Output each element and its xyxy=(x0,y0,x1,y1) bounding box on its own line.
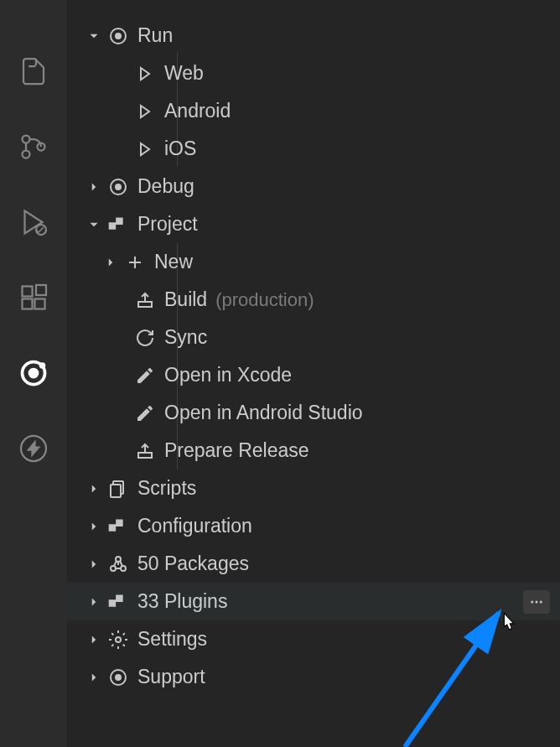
capacitor-icon xyxy=(104,215,132,235)
tree-item-prepare[interactable]: Prepare Release xyxy=(67,432,560,469)
play-icon xyxy=(131,64,159,84)
files-icon[interactable] xyxy=(17,54,50,88)
tree-label: Open in Android Studio xyxy=(164,402,363,424)
plus-icon xyxy=(121,252,149,272)
svg-marker-3 xyxy=(25,211,43,234)
svg-point-33 xyxy=(116,675,121,680)
svg-line-34 xyxy=(405,613,499,747)
svg-marker-13 xyxy=(29,443,39,455)
tree-item-open-android[interactable]: Open in Android Studio xyxy=(67,394,560,432)
sync-icon xyxy=(131,328,159,348)
target-icon xyxy=(104,26,132,46)
edit-icon xyxy=(131,403,159,423)
tree-label: Settings xyxy=(137,628,207,651)
svg-point-27 xyxy=(121,566,126,571)
svg-marker-16 xyxy=(141,68,149,80)
chevron-right-icon xyxy=(84,557,104,572)
play-icon xyxy=(131,101,159,122)
play-icon xyxy=(131,139,159,159)
build-icon xyxy=(131,441,159,461)
svg-point-15 xyxy=(116,34,121,39)
tree-label: New xyxy=(154,251,193,273)
svg-point-10 xyxy=(30,370,38,377)
edit-icon xyxy=(131,366,159,386)
svg-marker-18 xyxy=(141,143,149,155)
tree-item-ios[interactable]: iOS xyxy=(67,130,560,168)
tree-item-run[interactable]: Run xyxy=(67,17,560,54)
svg-rect-24 xyxy=(111,485,121,497)
files-icon xyxy=(104,479,132,499)
sidebar: Run Web Android iOS Debug Project New Bu… xyxy=(67,0,560,747)
tree-item-open-xcode[interactable]: Open in Xcode xyxy=(67,356,560,394)
tree-item-new[interactable]: New xyxy=(67,243,560,281)
tree-label: Sync xyxy=(164,326,207,349)
tree-item-project[interactable]: Project xyxy=(67,205,560,243)
cursor-pointer-icon xyxy=(496,611,520,638)
packages-icon xyxy=(104,554,132,574)
tree-item-debug[interactable]: Debug xyxy=(67,168,560,205)
chevron-right-icon xyxy=(84,670,104,685)
svg-point-31 xyxy=(116,637,121,642)
chevron-right-icon xyxy=(101,255,121,270)
svg-rect-6 xyxy=(23,299,33,309)
svg-point-28 xyxy=(531,600,533,603)
svg-rect-8 xyxy=(36,285,46,295)
tree-item-android[interactable]: Android xyxy=(67,92,560,130)
tree-item-web[interactable]: Web xyxy=(67,54,560,92)
chevron-right-icon xyxy=(84,481,104,496)
tree-item-build[interactable]: Build (production) xyxy=(67,281,560,319)
chevron-right-icon xyxy=(84,519,104,534)
svg-marker-17 xyxy=(141,106,149,117)
svg-point-11 xyxy=(39,362,46,369)
activity-bar xyxy=(0,0,67,747)
ionic-icon[interactable] xyxy=(17,356,50,390)
tree-label: Support xyxy=(137,666,205,688)
thunder-icon[interactable] xyxy=(17,432,50,465)
tree-sublabel: (production) xyxy=(215,289,314,311)
chevron-down-icon xyxy=(84,217,104,232)
svg-point-1 xyxy=(23,151,30,158)
svg-point-20 xyxy=(116,184,121,189)
tree-label: Run xyxy=(137,24,173,47)
svg-point-30 xyxy=(540,600,542,603)
tree-label: Debug xyxy=(137,175,194,198)
debug-icon[interactable] xyxy=(17,205,50,239)
more-button[interactable] xyxy=(523,590,550,614)
tree-item-sync[interactable]: Sync xyxy=(67,319,560,356)
tree-label: Android xyxy=(164,100,231,122)
chevron-right-icon xyxy=(84,179,104,195)
tree-label: 33 Plugins xyxy=(137,590,227,613)
tree-label: Open in Xcode xyxy=(164,364,292,386)
tree-item-configuration[interactable]: Configuration xyxy=(67,507,560,545)
tree-label: 50 Packages xyxy=(137,552,249,575)
capacitor-icon xyxy=(104,592,132,612)
svg-point-29 xyxy=(536,600,538,603)
build-icon xyxy=(131,290,159,310)
extensions-icon[interactable] xyxy=(17,281,50,314)
chevron-right-icon xyxy=(84,632,104,647)
tree-label: Project xyxy=(137,213,198,236)
chevron-right-icon xyxy=(84,594,104,610)
git-icon[interactable] xyxy=(17,130,50,163)
svg-rect-5 xyxy=(23,287,33,297)
gear-icon xyxy=(104,630,132,650)
tree-label: Scripts xyxy=(137,477,196,500)
more-icon xyxy=(529,594,544,610)
tree-label: iOS xyxy=(164,137,196,160)
tree-item-packages[interactable]: 50 Packages xyxy=(67,545,560,583)
svg-rect-7 xyxy=(35,299,45,309)
tree-item-scripts[interactable]: Scripts xyxy=(67,469,560,507)
svg-point-26 xyxy=(111,566,116,571)
chevron-down-icon xyxy=(84,29,104,44)
tree-label: Web xyxy=(164,62,204,85)
capacitor-icon xyxy=(104,516,132,537)
tree-label: Build xyxy=(164,288,207,311)
tree-label: Configuration xyxy=(137,515,252,537)
svg-point-0 xyxy=(23,136,30,143)
target-icon xyxy=(104,177,132,197)
tree-label: Prepare Release xyxy=(164,439,309,462)
target-icon xyxy=(104,667,132,687)
